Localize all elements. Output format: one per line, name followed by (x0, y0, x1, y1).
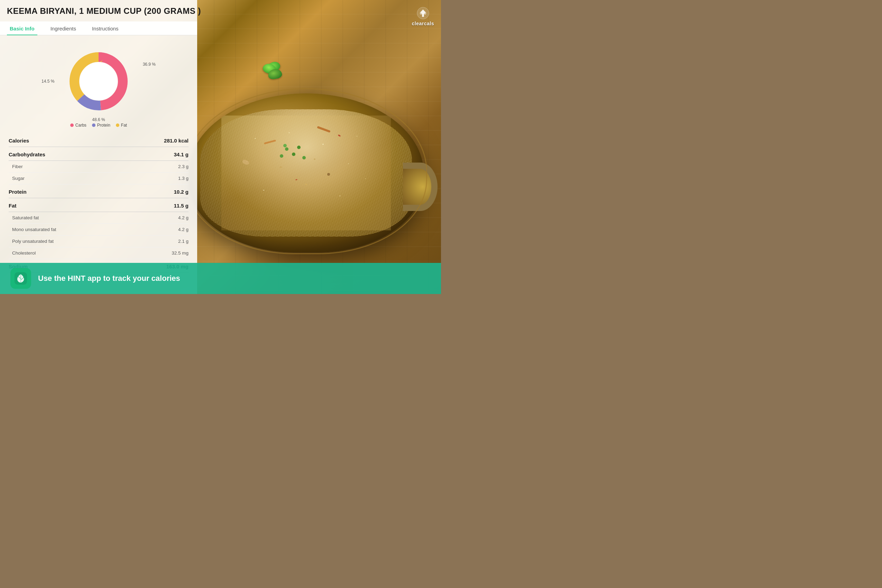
nutrition-chart: 14.5 % 36.9 % 48.6 % Carbs Protein Fat (9, 42, 189, 131)
hint-message: Use the HINT app to track your calories (38, 274, 180, 283)
donut-chart: 14.5 % 36.9 % 48.6 % (64, 47, 133, 116)
row-label: Poly unsaturated fat (12, 238, 54, 244)
clearcals-tree-icon (417, 7, 429, 20)
row-value: 2.3 g (178, 164, 189, 169)
bowl-handle (403, 163, 438, 211)
row-value: 10.2 g (174, 189, 189, 195)
page-title: KEEMA BIRYANI, 1 MEDIUM CUP (200 GRAMS ) (7, 6, 434, 16)
tabs-nav: Basic Info Ingredients Instructions (0, 21, 197, 35)
row-label: Fat (9, 202, 16, 208)
brand-name: clearcals (412, 21, 434, 26)
legend-carbs: Carbs (70, 123, 87, 128)
clearcals-logo: clearcals (412, 7, 434, 26)
row-value: 32.5 mg (171, 250, 189, 256)
nutrition-table: Calories 281.0 kcal Carbohydrates34.1 gF… (9, 135, 189, 273)
bottom-bar: Use the HINT app to track your calories (0, 263, 441, 294)
donut-center (80, 62, 118, 100)
food-image (164, 21, 441, 280)
nutrition-row: Carbohydrates34.1 g (9, 148, 189, 161)
biryani-bowl (189, 93, 424, 252)
nutrition-row: Saturated fat4.2 g (9, 212, 189, 224)
calories-value: 281.0 kcal (164, 138, 189, 144)
content-area: 14.5 % 36.9 % 48.6 % Carbs Protein Fat (0, 38, 197, 294)
mint-garnish (261, 62, 285, 81)
row-label: Cholesterol (12, 250, 36, 256)
tab-basic-info[interactable]: Basic Info (7, 21, 38, 35)
donut-svg (64, 47, 133, 116)
nutrition-row: Cholesterol32.5 mg (9, 247, 189, 259)
nutrition-row: Fiber2.3 g (9, 161, 189, 172)
protein-label: Protein (97, 123, 110, 128)
hint-app-icon[interactable] (10, 268, 31, 289)
fat-label: Fat (121, 123, 127, 128)
calories-row: Calories 281.0 kcal (9, 135, 189, 147)
protein-dot (92, 123, 96, 127)
nutrition-rows-container: Carbohydrates34.1 gFiber2.3 gSugar1.3 gP… (9, 148, 189, 273)
row-value: 4.2 g (178, 227, 189, 232)
legend-fat: Fat (116, 123, 127, 128)
row-label: Fiber (12, 164, 23, 169)
row-value: 34.1 g (174, 152, 189, 158)
row-label: Carbohydrates (9, 152, 45, 158)
tab-instructions[interactable]: Instructions (89, 21, 122, 35)
nutrition-row: Poly unsaturated fat2.1 g (9, 236, 189, 247)
row-value: 1.3 g (178, 176, 189, 181)
legend-protein: Protein (92, 123, 110, 128)
nutrition-row: Mono unsaturated fat4.2 g (9, 224, 189, 236)
row-label: Mono unsaturated fat (12, 227, 56, 232)
calories-label: Calories (9, 138, 29, 144)
row-label: Saturated fat (12, 215, 39, 220)
tab-ingredients[interactable]: Ingredients (48, 21, 79, 35)
row-value: 4.2 g (178, 215, 189, 220)
rice-content (200, 109, 412, 237)
carbs-label: Carbs (75, 123, 87, 128)
carbs-dot (70, 123, 74, 127)
protein-percent-label: 48.6 % (92, 117, 105, 122)
chart-legend: Carbs Protein Fat (70, 123, 127, 128)
row-label: Sugar (12, 176, 24, 181)
row-label: Protein (9, 189, 27, 195)
fat-percent-label: 36.9 % (143, 62, 156, 67)
title-bar: KEEMA BIRYANI, 1 MEDIUM CUP (200 GRAMS ) (0, 0, 441, 21)
nutrition-row: Sugar1.3 g (9, 172, 189, 184)
row-value: 11.5 g (174, 202, 189, 208)
leaf-icon (15, 272, 27, 285)
nutrition-row: Fat11.5 g (9, 200, 189, 212)
nutrition-row: Protein10.2 g (9, 186, 189, 198)
row-value: 2.1 g (178, 238, 189, 244)
fat-dot (116, 123, 119, 127)
carbs-percent-label: 14.5 % (42, 79, 54, 84)
